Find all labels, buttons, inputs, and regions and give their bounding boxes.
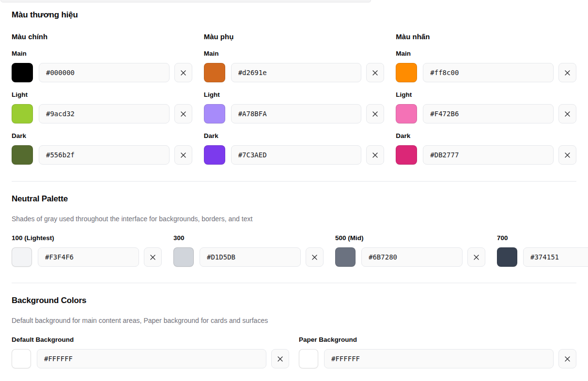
clear-color-button[interactable] <box>558 63 576 82</box>
hex-input[interactable] <box>231 63 362 82</box>
section-divider <box>12 181 576 182</box>
clear-color-button[interactable] <box>558 104 576 123</box>
clear-color-button[interactable] <box>558 145 576 165</box>
hex-input[interactable] <box>200 247 301 267</box>
clear-color-button[interactable] <box>271 349 289 368</box>
secondary-color-group: Màu phụ Main Light <box>204 32 385 165</box>
close-icon <box>564 69 571 76</box>
primary-group-title: Màu chính <box>12 32 192 41</box>
hex-input[interactable] <box>324 349 554 368</box>
color-swatch[interactable] <box>204 63 225 82</box>
color-swatch[interactable] <box>12 63 33 82</box>
color-field-label: Main <box>12 50 192 58</box>
primary-light-field: Light <box>12 91 192 123</box>
clear-color-button[interactable] <box>306 247 324 267</box>
cutoff-element-top <box>0 0 371 2</box>
brand-colors-heading: Màu thương hiệu <box>12 10 576 20</box>
secondary-group-title: Màu phụ <box>204 32 385 41</box>
clear-color-button[interactable] <box>366 145 384 165</box>
color-swatch[interactable] <box>12 145 33 165</box>
background-colors-grid: Default Background Paper Background <box>12 336 576 368</box>
hex-input[interactable] <box>423 63 554 82</box>
color-swatch[interactable] <box>335 247 356 267</box>
neutral-palette-subtitle: Shades of gray used throughout the inter… <box>12 215 576 223</box>
color-field-label: Light <box>204 91 385 99</box>
color-field-row <box>12 63 192 82</box>
paper-background-field: Paper Background <box>299 336 576 368</box>
color-field-row <box>12 349 289 368</box>
color-field-row <box>204 145 385 165</box>
color-field-label: Main <box>396 50 576 58</box>
color-field-label: Dark <box>396 132 576 140</box>
color-swatch[interactable] <box>299 349 318 368</box>
color-field-label: 300 <box>173 234 324 242</box>
neutral-palette-section: Neutral Palette Shades of gray used thro… <box>12 194 576 267</box>
hex-input[interactable] <box>39 104 170 123</box>
close-icon <box>473 254 480 261</box>
color-field-label: Default Background <box>12 336 289 344</box>
primary-main-field: Main <box>12 50 192 82</box>
hex-input[interactable] <box>37 349 266 368</box>
hex-input[interactable] <box>523 247 588 267</box>
color-field-label: 500 (Mid) <box>335 234 485 242</box>
neutral-500-field: 500 (Mid) <box>335 234 485 267</box>
clear-color-button[interactable] <box>467 247 485 267</box>
close-icon <box>277 355 284 363</box>
hex-input[interactable] <box>231 145 362 165</box>
clear-color-button[interactable] <box>144 247 162 267</box>
hex-input[interactable] <box>361 247 463 267</box>
color-field-label: Dark <box>204 132 385 140</box>
clear-color-button[interactable] <box>174 145 192 165</box>
color-field-label: Light <box>396 91 576 99</box>
color-swatch[interactable] <box>204 145 225 165</box>
clear-color-button[interactable] <box>366 104 384 123</box>
hex-input[interactable] <box>39 145 170 165</box>
color-field-row <box>173 247 324 267</box>
hex-input[interactable] <box>39 63 170 82</box>
color-swatch[interactable] <box>497 247 517 267</box>
neutral-300-field: 300 <box>173 234 324 267</box>
color-swatch[interactable] <box>12 247 32 267</box>
color-field-row <box>204 104 385 123</box>
accent-dark-field: Dark <box>396 132 576 165</box>
color-swatch[interactable] <box>396 145 417 165</box>
close-icon <box>371 152 379 159</box>
color-swatch[interactable] <box>12 349 31 368</box>
close-icon <box>371 69 379 76</box>
color-field-row <box>12 104 192 123</box>
clear-color-button[interactable] <box>558 349 576 368</box>
hex-input[interactable] <box>231 104 362 123</box>
close-icon <box>149 254 156 261</box>
brand-colors-section: Màu thương hiệu Màu chính Main Light <box>12 10 576 165</box>
close-icon <box>564 110 571 118</box>
background-colors-subtitle: Default background for main content area… <box>12 317 576 324</box>
hex-input[interactable] <box>423 104 554 123</box>
color-field-row <box>497 247 588 267</box>
close-icon <box>371 110 379 118</box>
close-icon <box>180 110 187 118</box>
clear-color-button[interactable] <box>174 104 192 123</box>
color-field-label: Dark <box>12 132 192 140</box>
secondary-dark-field: Dark <box>204 132 385 165</box>
color-swatch[interactable] <box>396 63 417 82</box>
close-icon <box>180 152 187 159</box>
primary-color-group: Màu chính Main Light <box>12 32 192 165</box>
color-swatch[interactable] <box>204 104 225 123</box>
neutral-100-field: 100 (Lightest) <box>12 234 162 267</box>
background-colors-section: Background Colors Default background for… <box>12 295 576 368</box>
color-swatch[interactable] <box>396 104 417 123</box>
color-field-row <box>396 63 576 82</box>
color-swatch[interactable] <box>173 247 194 267</box>
default-background-field: Default Background <box>12 336 289 368</box>
brand-colors-grid: Màu chính Main Light <box>12 32 576 165</box>
close-icon <box>180 69 187 76</box>
color-field-row <box>12 247 162 267</box>
hex-input[interactable] <box>38 247 139 267</box>
color-field-label: Paper Background <box>299 336 576 344</box>
color-field-label: Main <box>204 50 385 58</box>
hex-input[interactable] <box>423 145 554 165</box>
clear-color-button[interactable] <box>174 63 192 82</box>
color-swatch[interactable] <box>12 104 33 123</box>
clear-color-button[interactable] <box>366 63 384 82</box>
primary-dark-field: Dark <box>12 132 192 165</box>
